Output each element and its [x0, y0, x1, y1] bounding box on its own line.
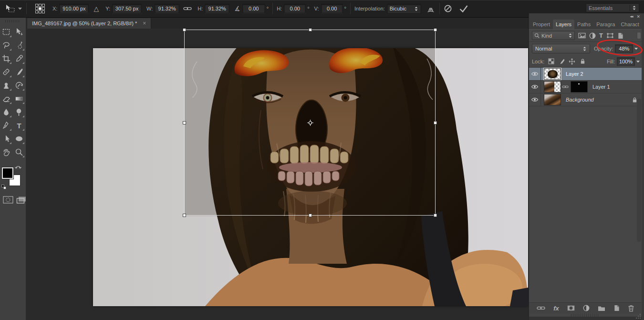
brush-tool[interactable]: [13, 65, 25, 79]
h-skew-field[interactable]: 0.00: [284, 4, 306, 13]
filter-toggle-switch[interactable]: [637, 32, 641, 39]
free-transform-bounding-box[interactable]: [184, 30, 436, 216]
collapse-panels-icon[interactable]: ◂◂: [630, 14, 633, 19]
path-selection-tool[interactable]: [0, 132, 12, 145]
window-resize-grip[interactable]: [635, 313, 641, 319]
warp-mode-toggle-icon[interactable]: [426, 4, 436, 13]
visibility-eye-icon[interactable]: [529, 81, 541, 93]
rotation-angle-field[interactable]: 0.00: [242, 4, 265, 13]
transform-handle-middle-right[interactable]: [434, 121, 437, 124]
swap-colors-icon[interactable]: [15, 165, 21, 169]
lock-transparent-pixels-icon[interactable]: [547, 58, 555, 65]
toolbox-grip[interactable]: [5, 20, 21, 22]
x-position-field[interactable]: 910.00 px: [59, 4, 89, 13]
new-layer-icon[interactable]: [613, 305, 620, 311]
tab-character[interactable]: Charact: [618, 20, 642, 29]
transform-handle-middle-left[interactable]: [183, 121, 186, 124]
transform-handle-bottom-left[interactable]: [183, 214, 186, 217]
filter-pixel-layers-icon[interactable]: [578, 32, 586, 39]
transform-handle-bottom-right[interactable]: [434, 214, 437, 217]
tab-layers[interactable]: Layers: [553, 20, 574, 29]
layers-scrollbar[interactable]: [637, 99, 641, 242]
horizontal-type-tool[interactable]: T: [13, 119, 25, 132]
commit-transform-icon[interactable]: [459, 5, 468, 12]
relative-position-delta-icon[interactable]: △: [93, 5, 99, 12]
filter-shape-layers-icon[interactable]: [606, 32, 614, 39]
filter-adjustment-layers-icon[interactable]: [589, 32, 596, 39]
lock-position-icon[interactable]: [568, 58, 576, 65]
height-field[interactable]: 91.32%: [205, 4, 229, 13]
layer1-thumbnail[interactable]: [544, 81, 561, 93]
tab-paragraph[interactable]: Paragra: [593, 20, 618, 29]
layer-filter-kind-dropdown[interactable]: Kind: [532, 31, 575, 40]
layer2-thumbnail[interactable]: [544, 68, 561, 80]
layer-style-fx-icon[interactable]: fx: [553, 305, 559, 312]
gradient-tool[interactable]: [13, 92, 25, 105]
workspace-switcher[interactable]: Essentials: [586, 3, 639, 12]
fill-value[interactable]: 100%: [617, 57, 635, 66]
current-tool-icon[interactable]: [4, 4, 16, 13]
filter-type-layers-icon[interactable]: T: [599, 32, 603, 39]
reference-point-locator[interactable]: [35, 4, 45, 13]
visibility-eye-icon[interactable]: [529, 93, 541, 106]
transform-handle-top-center[interactable]: [309, 29, 312, 31]
clone-stamp-tool[interactable]: [0, 79, 12, 92]
default-colors-icon[interactable]: [1, 185, 6, 189]
cancel-transform-icon[interactable]: [444, 4, 452, 13]
pen-tool[interactable]: [0, 119, 12, 132]
layer-row-layer1[interactable]: Layer 1: [529, 81, 644, 93]
hand-tool[interactable]: [0, 145, 12, 159]
spot-healing-brush-tool[interactable]: [0, 65, 12, 79]
delete-layer-icon[interactable]: [628, 305, 634, 312]
blur-tool[interactable]: [0, 105, 12, 119]
screen-mode-button[interactable]: [16, 196, 27, 204]
link-layers-icon[interactable]: [537, 306, 545, 310]
eraser-tool[interactable]: [0, 92, 12, 105]
layer-name[interactable]: Layer 1: [592, 84, 610, 90]
maintain-aspect-link-icon[interactable]: [183, 6, 192, 11]
new-adjustment-layer-icon[interactable]: [583, 305, 590, 311]
opacity-value[interactable]: 48%: [615, 44, 633, 53]
tab-close-icon[interactable]: ×: [143, 20, 146, 27]
ellipse-tool[interactable]: [13, 132, 25, 145]
transform-handle-bottom-center[interactable]: [309, 214, 312, 217]
crop-tool[interactable]: [0, 52, 12, 65]
visibility-eye-icon[interactable]: [529, 68, 541, 80]
lock-all-icon[interactable]: [579, 58, 586, 65]
background-thumbnail[interactable]: [544, 94, 561, 105]
dodge-tool[interactable]: [13, 105, 25, 119]
transform-handle-top-left[interactable]: [183, 29, 186, 31]
layer-name[interactable]: Layer 2: [566, 71, 583, 77]
zoom-tool[interactable]: [13, 145, 25, 159]
lasso-tool[interactable]: [0, 39, 12, 52]
history-brush-tool[interactable]: [13, 79, 25, 92]
quick-selection-tool[interactable]: [13, 39, 25, 52]
close-panel-icon[interactable]: ✕: [636, 14, 640, 19]
lock-image-pixels-icon[interactable]: [558, 58, 565, 65]
fill-dropdown-arrow[interactable]: [635, 57, 641, 66]
layer-name[interactable]: Background: [566, 97, 594, 103]
layer-row-background[interactable]: Background: [529, 93, 644, 106]
quick-mask-mode-button[interactable]: [3, 196, 13, 204]
mask-link-icon[interactable]: [562, 85, 569, 89]
blend-mode-dropdown[interactable]: Normal: [532, 44, 590, 53]
add-layer-mask-icon[interactable]: [567, 305, 575, 311]
foreground-color-swatch[interactable]: [2, 167, 13, 179]
filter-smart-objects-icon[interactable]: [617, 32, 623, 39]
new-group-icon[interactable]: [598, 305, 605, 311]
v-skew-field[interactable]: 0.00: [321, 4, 343, 13]
opacity-dropdown-arrow[interactable]: [633, 44, 639, 53]
rectangular-marquee-tool[interactable]: [0, 25, 12, 39]
layer-row-layer2[interactable]: Layer 2: [529, 68, 644, 81]
width-field[interactable]: 91.32%: [155, 4, 179, 13]
transform-reference-point[interactable]: [307, 120, 313, 126]
document-tab[interactable]: IMG_489167.jpg @ 50% (Layer 2, RGB/8#) *…: [27, 18, 151, 29]
transform-handle-top-right[interactable]: [434, 29, 437, 31]
y-position-field[interactable]: 307.50 px: [112, 4, 142, 13]
interpolation-dropdown[interactable]: Bicubic: [387, 4, 421, 14]
tab-paths[interactable]: Paths: [574, 20, 593, 29]
tool-preset-caret-icon[interactable]: [18, 7, 22, 10]
move-tool[interactable]: [13, 25, 25, 39]
eyedropper-tool[interactable]: [13, 52, 25, 65]
layer1-mask-thumbnail[interactable]: [571, 81, 588, 93]
